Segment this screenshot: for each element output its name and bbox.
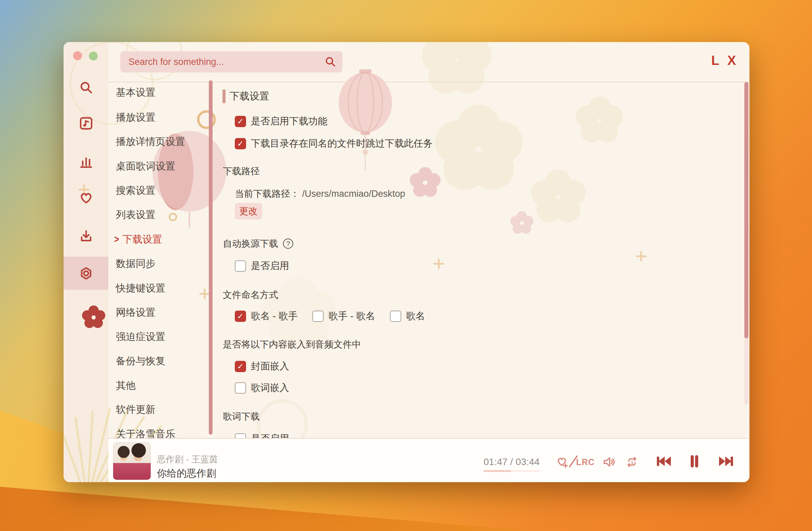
settings-menu-item-data-sync[interactable]: 数据同步 <box>116 257 155 270</box>
title-accent-bar <box>222 90 226 103</box>
time-display: 01:47/03:44 <box>484 457 542 467</box>
checkbox-skip-same-name[interactable] <box>235 138 246 149</box>
question-circle-icon[interactable] <box>283 239 293 249</box>
settings-menu-item-network[interactable]: 网络设置 <box>116 305 155 319</box>
settings-menu-item-search[interactable]: 搜索设置 <box>116 183 155 197</box>
favorite-button[interactable] <box>553 452 572 472</box>
settings-menu-item-list[interactable]: 列表设置 <box>116 208 155 221</box>
settings-icon <box>78 265 94 282</box>
naming-option-3: 歌名 <box>390 310 425 323</box>
sidebar-item-search[interactable] <box>64 71 108 104</box>
settings-menu-item-play-detail[interactable]: 播放详情页设置 <box>116 135 185 148</box>
naming-option-1: 歌名 - 歌手 <box>235 310 298 323</box>
section-title-row: 下载设置 <box>222 90 269 103</box>
content-scrollbar-thumb[interactable] <box>744 82 748 338</box>
settings-menu-item-update[interactable]: 软件更新 <box>116 403 155 416</box>
current-path-row: 当前下载路径：/Users/macmiao/Desktop <box>235 187 405 200</box>
app-window: L X 基本设置 播放设置 播放详情页设置 桌面歌词设置 搜索设置 列表设置 >… <box>64 42 749 482</box>
file-naming-options-row: 歌名 - 歌手 歌手 - 歌名 歌名 <box>235 309 495 323</box>
naming-option-2: 歌手 - 歌名 <box>312 310 375 323</box>
settings-menu-item-backup[interactable]: 备份与恢复 <box>116 354 165 368</box>
checkbox-label: 歌名 <box>406 310 425 323</box>
next-icon <box>718 453 735 469</box>
sidebar-item-leaderboard[interactable] <box>64 145 108 178</box>
progress-bar[interactable] <box>484 470 540 472</box>
checkbox-label: 下载目录存在同名的文件时跳过下载此任务 <box>251 137 433 150</box>
settings-menu-item-download[interactable]: > 下载设置 <box>114 232 162 246</box>
checkbox-label: 是否启用下载功能 <box>251 115 327 128</box>
settings-menu-item-basic[interactable]: 基本设置 <box>116 85 155 99</box>
checkbox-embed-lyric[interactable] <box>235 382 246 394</box>
player-bar: 恶作剧 - 王蓝茵 你给的恶作剧 01:47/03:44 LRC <box>108 438 749 482</box>
current-path-label: 当前下载路径： <box>235 189 299 199</box>
checkbox-name-only[interactable] <box>390 311 401 322</box>
sidebar-item-favorites[interactable] <box>64 181 108 214</box>
song-artist-line: 恶作剧 - 王蓝茵 <box>157 454 218 465</box>
checkbox-label: 歌手 - 歌名 <box>328 310 375 323</box>
time-total: 03:44 <box>516 457 540 467</box>
toggle-row-skip-same-name: 下载目录存在同名的文件时跳过下载此任务 <box>235 137 433 150</box>
settings-menu-item-label: 下载设置 <box>123 232 162 246</box>
time-separator: / <box>510 457 513 467</box>
checkbox-label: 歌词嵌入 <box>251 381 289 394</box>
checkbox-embed-cover[interactable] <box>235 361 246 372</box>
auto-change-source-text: 自动换源下载 <box>223 237 278 250</box>
settings-menu-item-play[interactable]: 播放设置 <box>116 110 155 124</box>
music-list-icon <box>78 115 94 132</box>
search-input[interactable] <box>120 51 342 72</box>
toggle-row-auto-change-enable: 是否启用 <box>235 259 289 273</box>
download-path-section-label: 下载路径 <box>223 165 260 178</box>
desktop-wallpaper: L X 基本设置 播放设置 播放详情页设置 桌面歌词设置 搜索设置 列表设置 >… <box>0 0 812 531</box>
checkbox-artist-name[interactable] <box>312 311 324 322</box>
song-name: 你给的恶作剧 <box>157 467 216 479</box>
volume-icon <box>602 455 615 469</box>
pause-button[interactable] <box>684 450 705 472</box>
active-arrow-icon: > <box>114 231 119 247</box>
traffic-light-close[interactable] <box>73 51 82 60</box>
menu-scrollbar[interactable] <box>209 80 213 435</box>
checkbox-name-artist[interactable] <box>235 311 246 322</box>
sidebar-item-settings[interactable] <box>64 257 108 290</box>
sidebar-item-download[interactable] <box>64 219 108 253</box>
toggle-row-embed-lyric: 歌词嵌入 <box>235 381 289 395</box>
pause-icon <box>686 453 703 469</box>
download-icon <box>78 228 94 244</box>
traffic-light-minimize[interactable] <box>89 52 98 60</box>
repeat-one-icon: 1 <box>625 455 639 469</box>
settings-menu-item-hotkey[interactable]: 快捷键设置 <box>116 281 165 295</box>
heart-plus-icon <box>555 455 569 469</box>
previous-icon <box>655 453 672 469</box>
checkbox-enable-download[interactable] <box>235 116 246 127</box>
checkbox-label: 封面嵌入 <box>251 360 289 373</box>
desktop-lyrics-lrc-icon: LRC <box>576 457 595 467</box>
window-background-decoration <box>64 42 749 482</box>
volume-button[interactable] <box>599 452 618 472</box>
checkbox-auto-change-enable[interactable] <box>235 260 246 272</box>
change-path-button[interactable]: 更改 <box>235 203 262 219</box>
next-button[interactable] <box>716 450 737 472</box>
settings-menu-item-desktop-lyric[interactable]: 桌面歌词设置 <box>116 159 175 173</box>
toggle-row-enable-download: 是否启用下载功能 <box>235 114 327 128</box>
search-box <box>120 51 342 72</box>
progress-fill <box>484 470 511 472</box>
settings-menu-item-other[interactable]: 其他 <box>116 379 136 392</box>
search-icon <box>78 79 94 96</box>
auto-change-source-label: 自动换源下载 <box>223 237 293 250</box>
album-art[interactable] <box>113 442 151 480</box>
sidebar-item-music-list[interactable] <box>64 107 108 140</box>
lyric-download-section-label: 歌词下载 <box>223 410 260 423</box>
heart-icon <box>78 190 94 206</box>
header-divider <box>108 82 749 82</box>
current-path-value: /Users/macmiao/Desktop <box>302 189 405 199</box>
app-logo: L X <box>706 52 744 69</box>
checkbox-label: 歌名 - 歌手 <box>251 310 298 323</box>
repeat-one-button[interactable]: 1 <box>622 452 641 472</box>
file-naming-section-label: 文件命名方式 <box>223 288 278 301</box>
checkbox-label: 是否启用 <box>251 259 289 272</box>
desktop-lyrics-button[interactable]: LRC <box>576 452 595 472</box>
settings-menu-item-ocd[interactable]: 强迫症设置 <box>116 330 165 343</box>
svg-text:1: 1 <box>631 460 633 465</box>
time-current: 01:47 <box>484 457 508 467</box>
previous-button[interactable] <box>652 450 674 472</box>
search-icon <box>325 56 336 68</box>
